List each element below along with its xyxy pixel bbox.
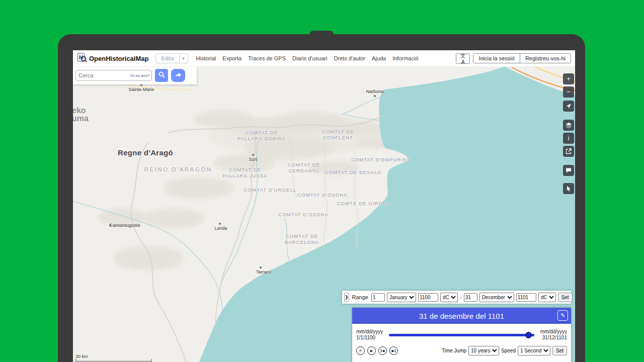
slider-row: mm/dd/yyyy 1/1/1100 mm/dd/yyyy 31/12/110…	[356, 327, 567, 343]
device-frame: H OpenHistoricalMap Edita ▾ HistorialExp…	[58, 34, 585, 362]
zoom-in-button[interactable]: +	[563, 73, 574, 84]
locate-arrow-icon	[566, 103, 572, 109]
replay-button[interactable]: ⟳	[356, 346, 365, 355]
edit-date-button[interactable]: ✎	[557, 310, 568, 321]
search-input-wrap: On és això?	[75, 70, 152, 81]
query-features-button[interactable]	[563, 183, 574, 194]
device-notch	[309, 31, 334, 39]
share-button[interactable]	[563, 146, 574, 157]
pencil-icon: ✎	[560, 312, 565, 319]
speed-select[interactable]: 1 Second	[518, 346, 550, 355]
range-from-month-select[interactable]: January	[387, 293, 416, 302]
end-date-value: 31/12/1101	[540, 335, 567, 341]
range-to-day-input[interactable]	[464, 293, 477, 302]
start-date-value: 1/1/1100	[356, 335, 383, 341]
playback-row: ⟳▶◀▶ Time Jump 10 years Speed 1 Second S…	[356, 346, 567, 355]
scale-bar: 30 km	[75, 354, 152, 361]
signup-button[interactable]: Registreu-vos-hi	[520, 54, 571, 63]
skip-end-button[interactable]: ▶	[389, 346, 398, 355]
skip-end-icon: ▶	[392, 349, 394, 352]
nav-item-ajuda[interactable]: Ajuda	[372, 55, 386, 61]
nav-item-historial[interactable]: Historial	[196, 55, 216, 61]
language-button[interactable]: 文A	[456, 53, 470, 64]
edit-button[interactable]: Edita	[155, 53, 179, 63]
auth-buttons: Inicia la sessió Registreu-vos-hi	[473, 53, 571, 63]
scale-line	[75, 359, 152, 361]
range-from-era-select[interactable]: dC	[440, 293, 458, 302]
scale-label: 30 km	[75, 354, 152, 359]
minus-icon: −	[567, 86, 571, 98]
layers-button[interactable]	[563, 120, 574, 131]
top-navbar: H OpenHistoricalMap Edita ▾ HistorialExp…	[73, 50, 575, 67]
collapse-panel-button[interactable]: ❯	[344, 293, 349, 302]
translate-icon: 文A	[459, 52, 466, 65]
play-icon: ▶	[370, 349, 373, 352]
current-date-text: 31 de desembre del 1101	[419, 312, 504, 320]
directions-button[interactable]	[171, 69, 185, 82]
search-icon	[158, 71, 165, 79]
share-icon	[566, 148, 572, 154]
range-label: Range	[352, 294, 368, 300]
range-from-day-input[interactable]	[371, 293, 385, 302]
range-to-year-input[interactable]	[516, 293, 536, 302]
slider-track[interactable]	[389, 334, 534, 336]
header-right: 文A Inicia la sessió Registreu-vos-hi	[456, 53, 571, 64]
end-date-format: mm/dd/yyyy	[540, 329, 567, 335]
openhistoricalmap-logo-icon: H	[77, 52, 87, 64]
brand-name: OpenHistoricalMap	[89, 55, 148, 62]
query-cursor-icon	[566, 186, 572, 192]
range-set-button[interactable]: Set	[558, 293, 573, 302]
locate-button[interactable]	[563, 101, 574, 112]
edit-dropdown-caret[interactable]: ▾	[180, 53, 188, 63]
playback-set-button[interactable]: Set	[552, 346, 567, 355]
nav-item-informaci[interactable]: Informació	[392, 55, 418, 61]
time-slider[interactable]	[389, 331, 534, 338]
playback-buttons: ⟳▶◀▶	[356, 346, 398, 355]
range-from-year-input[interactable]	[418, 293, 438, 302]
speed-label: Speed	[501, 348, 516, 353]
range-separator: -	[460, 294, 462, 300]
current-date-banner: 31 de desembre del 1101 ✎	[352, 308, 571, 324]
replay-icon: ⟳	[359, 349, 362, 352]
comment-icon	[566, 167, 572, 173]
nav-item-traces-de-gps[interactable]: Traces de GPS	[248, 55, 286, 61]
nav-item-drets-d-autor[interactable]: Drets d'autor	[334, 55, 365, 61]
search-button[interactable]	[155, 69, 168, 82]
search-panel: On és això?	[73, 66, 197, 84]
nav-item-exporta[interactable]: Exporta	[222, 55, 242, 61]
info-icon: i	[568, 133, 570, 144]
range-to-era-select[interactable]: dC	[538, 293, 556, 302]
zoom-out-button[interactable]: −	[563, 86, 574, 98]
browser-viewport: H OpenHistoricalMap Edita ▾ HistorialExp…	[73, 50, 575, 362]
chevron-right-icon: ❯	[345, 295, 349, 300]
time-slider-panel: mm/dd/yyyy 1/1/1100 mm/dd/yyyy 31/12/110…	[352, 324, 571, 362]
slider-end-labels: mm/dd/yyyy 31/12/1101	[540, 329, 567, 341]
playback-settings: Time Jump 10 years Speed 1 Second Set	[442, 346, 567, 355]
slider-handle[interactable]	[525, 332, 532, 338]
nav-item-diaris-d-usuari[interactable]: Diaris d'usuari	[292, 55, 327, 61]
edit-button-group: Edita ▾	[155, 53, 188, 63]
skip-start-icon	[381, 349, 382, 352]
range-to-month-select[interactable]: December	[479, 293, 514, 302]
play-button[interactable]: ▶	[367, 346, 376, 355]
slider-start-labels: mm/dd/yyyy 1/1/1100	[356, 329, 383, 341]
where-is-this-link[interactable]: On és això?	[130, 73, 150, 78]
skip-start-button[interactable]: ◀	[378, 346, 387, 355]
range-bar: ❯ Range January dC - December dC Set	[342, 291, 571, 304]
notes-button[interactable]	[563, 165, 574, 176]
plus-icon: +	[567, 73, 571, 84]
main-nav: HistorialExportaTraces de GPSDiaris d'us…	[188, 55, 419, 61]
layers-icon	[566, 122, 572, 129]
brand[interactable]: H OpenHistoricalMap	[77, 52, 148, 64]
login-button[interactable]: Inicia la sessió	[473, 54, 520, 63]
time-jump-label: Time Jump	[442, 348, 466, 353]
info-button[interactable]: i	[563, 133, 574, 144]
time-jump-select[interactable]: 10 years	[468, 346, 499, 355]
start-date-format: mm/dd/yyyy	[356, 329, 383, 335]
directions-arrow-icon	[175, 71, 182, 80]
